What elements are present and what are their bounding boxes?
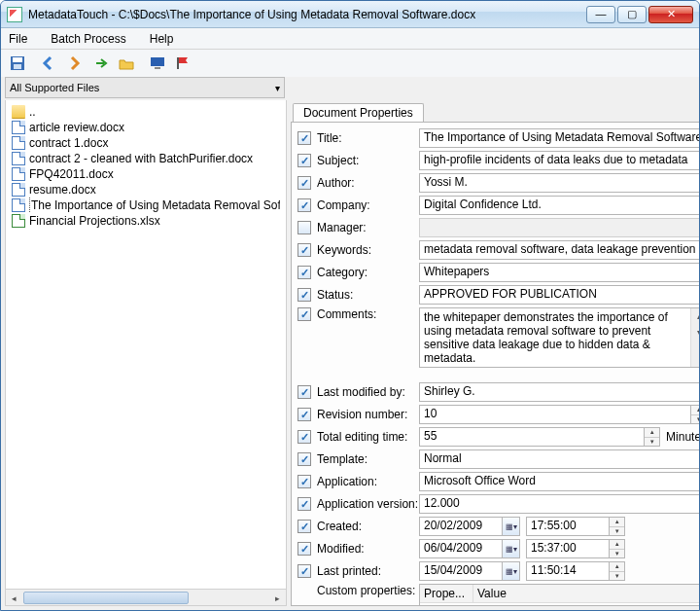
checkbox-author[interactable] bbox=[298, 176, 311, 190]
file-row[interactable]: FPQ42011.docx bbox=[12, 166, 280, 182]
checkbox-manager[interactable] bbox=[298, 221, 311, 234]
input-company[interactable]: Digital Confidence Ltd. bbox=[419, 196, 699, 215]
input-created-time[interactable]: 17:55:00 bbox=[526, 517, 610, 536]
checkbox-subject[interactable] bbox=[298, 154, 311, 167]
file-list[interactable]: .. article review.docx contract 1.docx c… bbox=[6, 100, 286, 589]
filter-label: All Supported Files bbox=[10, 82, 99, 93]
input-title[interactable]: The Importance of Using Metadata Removal… bbox=[419, 128, 699, 148]
spinner-revision[interactable]: ▴▾ bbox=[691, 405, 699, 424]
properties-panel: Title:The Importance of Using Metadata R… bbox=[291, 122, 699, 606]
minimize-button[interactable]: — bbox=[586, 6, 615, 23]
label-subject: Subject: bbox=[317, 154, 419, 167]
checkbox-template[interactable] bbox=[298, 452, 311, 466]
custom-property-row[interactable]: Website http://www.digitalconfidence.com bbox=[420, 603, 699, 606]
input-manager[interactable] bbox=[419, 218, 699, 237]
input-author[interactable]: Yossi M. bbox=[419, 173, 699, 193]
scroll-thumb[interactable] bbox=[23, 592, 189, 604]
input-lastmodby[interactable]: Shirley G. bbox=[419, 382, 699, 402]
forward-icon[interactable] bbox=[65, 54, 83, 72]
spinner-modified-time[interactable]: ▴▾ bbox=[610, 539, 625, 558]
checkbox-appversion[interactable] bbox=[298, 497, 311, 511]
col-header-value[interactable]: Value bbox=[473, 585, 699, 602]
input-lastprinted-time[interactable]: 11:50:14 bbox=[526, 561, 610, 581]
label-keywords: Keywords: bbox=[317, 243, 419, 257]
label-created: Created: bbox=[317, 520, 419, 533]
input-revision[interactable]: 10 bbox=[419, 405, 691, 424]
label-custom: Custom properties: bbox=[317, 584, 419, 597]
input-subject[interactable]: high-profile incidents of data leaks due… bbox=[419, 151, 699, 170]
input-modified-date[interactable]: 06/04/2009 bbox=[419, 539, 503, 558]
svg-rect-2 bbox=[14, 64, 21, 69]
titlebar[interactable]: MetadataTouch - C:\$Docs\The Importance … bbox=[1, 1, 699, 28]
save-icon[interactable] bbox=[9, 54, 26, 72]
input-appversion[interactable]: 12.000 bbox=[419, 494, 699, 514]
spinner-created-time[interactable]: ▴▾ bbox=[610, 517, 625, 536]
scroll-left-icon[interactable]: ◂ bbox=[6, 590, 22, 606]
parent-folder-row[interactable]: .. bbox=[12, 104, 280, 120]
input-status[interactable]: APPROVED FOR PUBLICATION bbox=[419, 285, 699, 305]
checkbox-keywords[interactable] bbox=[298, 243, 311, 257]
parent-folder-label: .. bbox=[29, 104, 36, 120]
file-row[interactable]: Financial Projections.xlsx bbox=[12, 213, 280, 229]
file-row[interactable]: article review.docx bbox=[12, 120, 280, 135]
flag-icon[interactable] bbox=[174, 54, 192, 72]
checkbox-title[interactable] bbox=[298, 131, 311, 145]
label-template: Template: bbox=[317, 452, 419, 466]
col-header-name[interactable]: Prope... bbox=[420, 585, 473, 602]
checkbox-lastprinted[interactable] bbox=[298, 564, 311, 578]
spinner-editing[interactable]: ▴▾ bbox=[645, 427, 660, 447]
calendar-icon[interactable]: ▦▾ bbox=[503, 561, 520, 581]
input-modified-time[interactable]: 15:37:00 bbox=[526, 539, 610, 558]
label-editing: Total editing time: bbox=[317, 430, 419, 444]
checkbox-lastmodby[interactable] bbox=[298, 385, 311, 399]
svg-rect-1 bbox=[13, 57, 22, 62]
input-comments[interactable]: the whitepaper demonstrates the importan… bbox=[419, 307, 699, 368]
file-row[interactable]: contract 2 - cleaned with BatchPurifier.… bbox=[12, 151, 280, 166]
input-created-date[interactable]: 20/02/2009 bbox=[419, 517, 503, 536]
input-application[interactable]: Microsoft Office Word bbox=[419, 472, 699, 491]
file-row[interactable]: The Importance of Using Metadata Removal… bbox=[12, 198, 280, 213]
checkbox-revision[interactable] bbox=[298, 408, 311, 421]
label-revision: Revision number: bbox=[317, 408, 419, 421]
checkbox-created[interactable] bbox=[298, 520, 311, 533]
label-comments: Comments: bbox=[317, 307, 419, 321]
label-lastprinted: Last printed: bbox=[317, 564, 419, 578]
input-lastprinted-date[interactable]: 15/04/2009 bbox=[419, 561, 503, 581]
input-editing[interactable]: 55 bbox=[419, 427, 645, 447]
checkbox-status[interactable] bbox=[298, 288, 311, 302]
label-appversion: Application version: bbox=[317, 497, 419, 511]
input-template[interactable]: Normal bbox=[419, 449, 699, 469]
checkbox-company[interactable] bbox=[298, 198, 311, 212]
docx-icon bbox=[12, 121, 25, 134]
open-folder-icon[interactable] bbox=[118, 54, 135, 72]
comments-scrollbar[interactable]: ▴▾ bbox=[690, 308, 699, 367]
file-row[interactable]: resume.docx bbox=[12, 182, 280, 198]
calendar-icon[interactable]: ▦▾ bbox=[503, 539, 520, 558]
checkbox-category[interactable] bbox=[298, 266, 311, 279]
window-title: MetadataTouch - C:\$Docs\The Importance … bbox=[28, 8, 584, 21]
menu-help[interactable]: Help bbox=[150, 32, 174, 46]
label-application: Application: bbox=[317, 475, 419, 488]
tab-document-properties[interactable]: Document Properties bbox=[293, 103, 424, 122]
back-icon[interactable] bbox=[40, 54, 57, 72]
input-category[interactable]: Whitepapers bbox=[419, 263, 699, 282]
horizontal-scrollbar[interactable]: ◂ ▸ bbox=[6, 589, 286, 605]
close-button[interactable]: ✕ bbox=[648, 6, 693, 23]
calendar-icon[interactable]: ▦▾ bbox=[503, 517, 520, 536]
menu-file[interactable]: File bbox=[9, 32, 27, 46]
scroll-right-icon[interactable]: ▸ bbox=[269, 590, 286, 606]
checkbox-editing[interactable] bbox=[298, 430, 311, 444]
spinner-lastprinted-time[interactable]: ▴▾ bbox=[610, 561, 625, 581]
file-type-filter[interactable]: All Supported Files ▾ bbox=[5, 77, 285, 98]
checkbox-comments[interactable] bbox=[298, 307, 311, 321]
input-keywords[interactable]: metadata removal software, data leakage … bbox=[419, 240, 699, 260]
checkbox-application[interactable] bbox=[298, 475, 311, 488]
custom-prop-name: Website bbox=[420, 603, 473, 606]
checkbox-modified[interactable] bbox=[298, 542, 311, 556]
file-row[interactable]: contract 1.docx bbox=[12, 135, 280, 151]
monitor-icon[interactable] bbox=[149, 54, 166, 72]
maximize-button[interactable]: ▢ bbox=[617, 6, 647, 23]
custom-properties-table[interactable]: Prope... Value Website http://www.digita… bbox=[419, 584, 699, 606]
go-icon[interactable] bbox=[92, 54, 110, 72]
menu-batch-process[interactable]: Batch Process bbox=[51, 32, 125, 46]
